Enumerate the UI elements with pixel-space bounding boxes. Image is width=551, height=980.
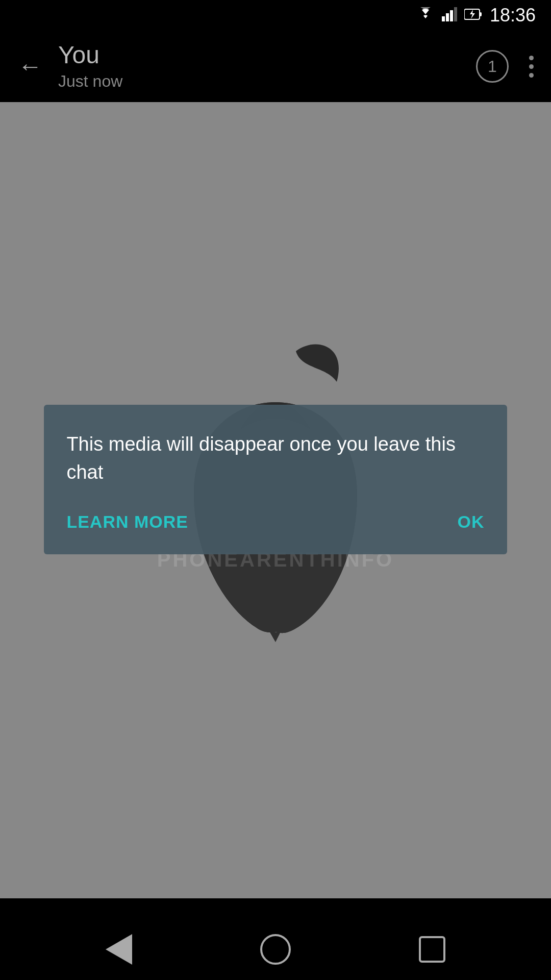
back-button[interactable]: ← xyxy=(12,48,48,84)
nav-recents-icon xyxy=(419,936,445,963)
header-title-group: You Just now xyxy=(58,42,466,91)
media-area: PHONEARENTHINFO This media will disappea… xyxy=(0,102,551,898)
svg-rect-5 xyxy=(480,12,482,16)
nav-home-button[interactable] xyxy=(253,926,298,972)
time-display: 18:36 xyxy=(490,5,536,26)
svg-rect-2 xyxy=(450,10,453,21)
dialog-actions: LEARN MORE OK xyxy=(66,512,484,532)
svg-rect-3 xyxy=(454,7,457,21)
signal-icon xyxy=(442,7,457,23)
svg-rect-0 xyxy=(442,16,445,21)
participants-badge[interactable]: 1 xyxy=(476,50,509,83)
nav-home-icon xyxy=(260,934,291,965)
dialog-overlay: This media will disappear once you leave… xyxy=(0,102,551,898)
nav-bar xyxy=(0,919,551,980)
top-bar: ← You Just now 1 xyxy=(0,31,551,102)
nav-recents-button[interactable] xyxy=(409,926,455,972)
dialog-box: This media will disappear once you leave… xyxy=(44,405,507,554)
wifi-icon xyxy=(416,7,435,23)
battery-icon xyxy=(464,7,483,23)
learn-more-button[interactable]: LEARN MORE xyxy=(66,512,188,532)
chat-title: You xyxy=(58,42,466,69)
status-icons: 18:36 xyxy=(416,5,536,26)
dialog-message: This media will disappear once you leave… xyxy=(66,430,484,486)
ok-button[interactable]: OK xyxy=(458,512,485,532)
status-bar: 18:36 xyxy=(0,0,551,31)
chat-subtitle: Just now xyxy=(58,72,466,91)
dot-3 xyxy=(529,73,534,78)
badge-count: 1 xyxy=(488,57,497,76)
dot-1 xyxy=(529,56,534,60)
svg-marker-6 xyxy=(470,10,475,19)
nav-back-button[interactable] xyxy=(96,926,142,972)
nav-back-icon xyxy=(106,934,132,965)
back-arrow-icon: ← xyxy=(18,54,42,79)
more-options-button[interactable] xyxy=(524,51,539,83)
header-actions: 1 xyxy=(476,50,539,83)
svg-rect-1 xyxy=(446,13,449,21)
dot-2 xyxy=(529,64,534,69)
